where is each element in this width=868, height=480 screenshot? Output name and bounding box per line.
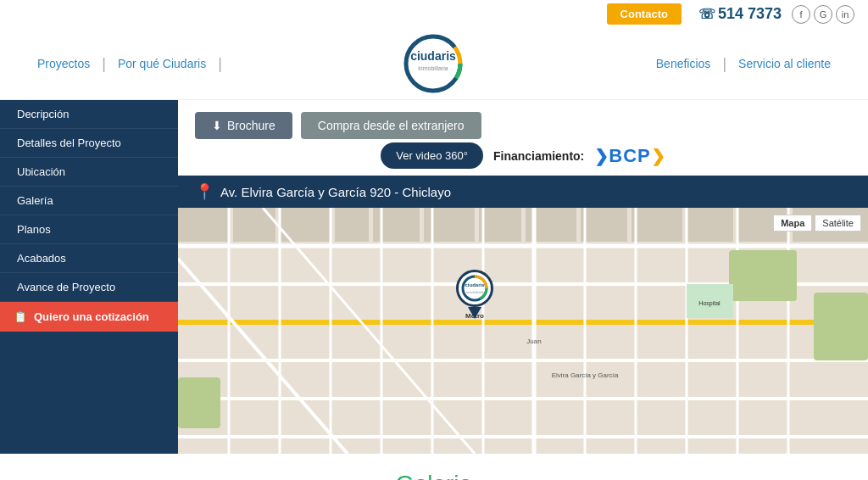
svg-rect-40 [814, 293, 868, 360]
sidebar-item-detalles[interactable]: Detalles del Proyecto [0, 129, 178, 158]
location-pin-icon: 📍 [195, 182, 214, 201]
main-nav: Proyectos | Por qué Ciudaris | ciudaris … [0, 28, 868, 100]
sidebar-item-avance[interactable]: Avance de Proyecto [0, 273, 178, 302]
sidebar-item-descripcion[interactable]: Decripción [0, 100, 178, 129]
svg-rect-7 [233, 208, 275, 242]
nav-servicio[interactable]: Servicio al cliente [726, 57, 843, 70]
svg-rect-39 [729, 250, 797, 301]
phone-number: 514 7373 [718, 5, 782, 23]
main-content: ⬇ Brochure Compra desde el extranjero Ve… [178, 100, 868, 454]
svg-text:Elvira García y García: Elvira García y García [552, 371, 619, 379]
svg-rect-10 [373, 208, 420, 242]
sidebar-item-planos[interactable]: Planos [0, 215, 178, 244]
pin-head: ciudaris inmobiliaria [456, 270, 493, 307]
pin-tail [468, 307, 481, 319]
logo[interactable]: ciudaris inmobiliaria [403, 33, 464, 94]
facebook-icon[interactable]: f [792, 5, 810, 24]
financing-label: Financiamiento: [493, 149, 584, 163]
map-controls: Mapa Satélite [773, 215, 861, 232]
svg-rect-16 [687, 208, 733, 242]
brochure-button[interactable]: ⬇ Brochure [195, 112, 292, 139]
nav-divider-2: | [218, 55, 222, 73]
video-button[interactable]: Ver video 360° [381, 142, 483, 169]
nav-por-que[interactable]: Por qué Ciudaris [106, 57, 218, 70]
map-svg: Hospital Metro Juan Elvira García y Garc… [178, 208, 868, 454]
phone-icon: ☏ [698, 6, 715, 22]
download-icon: ⬇ [212, 119, 222, 132]
bcp-logo: ❯ BCP ❯ [594, 145, 665, 167]
foreign-button[interactable]: Compra desde el extranjero [301, 112, 481, 139]
action-buttons: ⬇ Brochure Compra desde el extranjero [195, 112, 851, 139]
svg-rect-9 [335, 208, 369, 242]
instagram-icon[interactable]: in [836, 5, 854, 24]
address-bar: 📍 Av. Elvira García y García 920 - Chicl… [178, 176, 868, 208]
bcp-arrow-right: ❯ [651, 146, 665, 166]
svg-text:Juan: Juan [526, 338, 541, 345]
nav-beneficios[interactable]: Beneficios [644, 57, 723, 70]
quote-button[interactable]: 📋 Quiero una cotización [0, 302, 178, 332]
nav-right: Beneficios | Servicio al cliente [644, 55, 843, 73]
svg-rect-15 [632, 208, 682, 242]
financing-row: Ver video 360° Financiamiento: ❯ BCP ❯ [178, 139, 868, 176]
sidebar-item-galeria[interactable]: Galería [0, 187, 178, 215]
map-view-button[interactable]: Mapa [773, 215, 812, 232]
map-container: Hospital Metro Juan Elvira García y Garc… [178, 208, 868, 454]
bcp-text: BCP [609, 145, 650, 167]
satellite-view-button[interactable]: Satélite [815, 215, 861, 232]
top-bar: Contacto ☏ 514 7373 f G in [0, 0, 868, 28]
svg-point-0 [406, 36, 460, 91]
google-icon[interactable]: G [814, 5, 832, 24]
nav-left: Proyectos | Por qué Ciudaris | [25, 55, 222, 73]
map-pin: ciudaris inmobiliaria [456, 270, 493, 319]
bcp-arrow-left: ❯ [594, 146, 609, 166]
sidebar-item-acabados[interactable]: Acabados [0, 244, 178, 273]
svg-rect-6 [178, 208, 229, 242]
svg-rect-12 [479, 208, 521, 242]
phone-area: ☏ 514 7373 [698, 5, 782, 23]
address-text: Av. Elvira García y García 920 - Chiclay… [220, 185, 451, 199]
logo-svg: ciudaris inmobiliaria [403, 33, 464, 94]
svg-rect-14 [581, 208, 627, 242]
content-wrapper: Decripción Detalles del Proyecto Ubicaci… [0, 100, 868, 454]
sidebar-item-ubicacion[interactable]: Ubicación [0, 158, 178, 187]
svg-text:inmobiliaria: inmobiliaria [418, 65, 448, 71]
svg-rect-41 [178, 377, 220, 428]
galeria-section: Galeria [0, 454, 868, 480]
quote-icon: 📋 [14, 310, 27, 323]
sidebar: Decripción Detalles del Proyecto Ubicaci… [0, 100, 178, 454]
svg-text:inmobiliaria: inmobiliaria [466, 290, 484, 294]
social-icons: f G in [792, 5, 854, 24]
contact-button[interactable]: Contacto [607, 3, 682, 25]
nav-proyectos[interactable]: Proyectos [25, 57, 102, 70]
svg-text:Hospital: Hospital [698, 300, 721, 307]
svg-text:ciudaris: ciudaris [410, 49, 456, 63]
svg-text:ciudaris: ciudaris [465, 282, 486, 287]
quote-label: Quiero una cotización [34, 310, 149, 323]
galeria-title: Galeria [17, 471, 851, 480]
